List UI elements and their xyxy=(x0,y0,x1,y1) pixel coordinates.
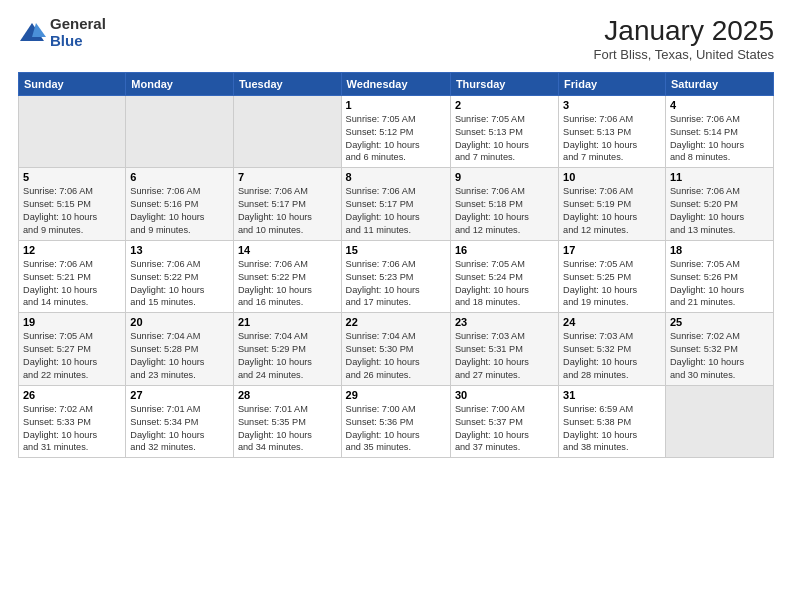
table-row: 22Sunrise: 7:04 AM Sunset: 5:30 PM Dayli… xyxy=(341,313,450,386)
day-number: 16 xyxy=(455,244,554,256)
day-info: Sunrise: 7:05 AM Sunset: 5:13 PM Dayligh… xyxy=(455,113,554,165)
header-sunday: Sunday xyxy=(19,72,126,95)
header-friday: Friday xyxy=(559,72,666,95)
table-row: 13Sunrise: 7:06 AM Sunset: 5:22 PM Dayli… xyxy=(126,240,234,313)
title-block: January 2025 Fort Bliss, Texas, United S… xyxy=(594,16,774,62)
day-number: 17 xyxy=(563,244,661,256)
day-number: 28 xyxy=(238,389,337,401)
day-info: Sunrise: 7:06 AM Sunset: 5:21 PM Dayligh… xyxy=(23,258,121,310)
day-info: Sunrise: 7:06 AM Sunset: 5:17 PM Dayligh… xyxy=(346,185,446,237)
table-row xyxy=(233,95,341,168)
table-row xyxy=(126,95,234,168)
logo-icon xyxy=(18,19,46,47)
day-info: Sunrise: 7:06 AM Sunset: 5:15 PM Dayligh… xyxy=(23,185,121,237)
calendar-table: Sunday Monday Tuesday Wednesday Thursday… xyxy=(18,72,774,459)
table-row: 26Sunrise: 7:02 AM Sunset: 5:33 PM Dayli… xyxy=(19,385,126,458)
table-row: 1Sunrise: 7:05 AM Sunset: 5:12 PM Daylig… xyxy=(341,95,450,168)
page: General Blue January 2025 Fort Bliss, Te… xyxy=(0,0,792,612)
day-number: 31 xyxy=(563,389,661,401)
day-number: 18 xyxy=(670,244,769,256)
main-title: January 2025 xyxy=(594,16,774,47)
day-info: Sunrise: 7:04 AM Sunset: 5:28 PM Dayligh… xyxy=(130,330,229,382)
day-info: Sunrise: 7:06 AM Sunset: 5:23 PM Dayligh… xyxy=(346,258,446,310)
day-number: 8 xyxy=(346,171,446,183)
table-row: 8Sunrise: 7:06 AM Sunset: 5:17 PM Daylig… xyxy=(341,168,450,241)
table-row: 28Sunrise: 7:01 AM Sunset: 5:35 PM Dayli… xyxy=(233,385,341,458)
day-info: Sunrise: 7:06 AM Sunset: 5:14 PM Dayligh… xyxy=(670,113,769,165)
day-info: Sunrise: 7:00 AM Sunset: 5:37 PM Dayligh… xyxy=(455,403,554,455)
day-number: 20 xyxy=(130,316,229,328)
table-row: 17Sunrise: 7:05 AM Sunset: 5:25 PM Dayli… xyxy=(559,240,666,313)
day-number: 29 xyxy=(346,389,446,401)
logo-text: General Blue xyxy=(50,16,106,49)
table-row: 3Sunrise: 7:06 AM Sunset: 5:13 PM Daylig… xyxy=(559,95,666,168)
header-tuesday: Tuesday xyxy=(233,72,341,95)
day-number: 12 xyxy=(23,244,121,256)
day-info: Sunrise: 7:03 AM Sunset: 5:32 PM Dayligh… xyxy=(563,330,661,382)
day-number: 21 xyxy=(238,316,337,328)
day-info: Sunrise: 7:05 AM Sunset: 5:24 PM Dayligh… xyxy=(455,258,554,310)
day-number: 7 xyxy=(238,171,337,183)
table-row xyxy=(19,95,126,168)
day-number: 2 xyxy=(455,99,554,111)
table-row: 10Sunrise: 7:06 AM Sunset: 5:19 PM Dayli… xyxy=(559,168,666,241)
day-number: 10 xyxy=(563,171,661,183)
calendar-week-row: 1Sunrise: 7:05 AM Sunset: 5:12 PM Daylig… xyxy=(19,95,774,168)
day-info: Sunrise: 7:05 AM Sunset: 5:26 PM Dayligh… xyxy=(670,258,769,310)
header: General Blue January 2025 Fort Bliss, Te… xyxy=(18,16,774,62)
day-number: 5 xyxy=(23,171,121,183)
table-row: 15Sunrise: 7:06 AM Sunset: 5:23 PM Dayli… xyxy=(341,240,450,313)
logo-general: General xyxy=(50,16,106,33)
day-info: Sunrise: 7:04 AM Sunset: 5:30 PM Dayligh… xyxy=(346,330,446,382)
day-number: 14 xyxy=(238,244,337,256)
day-number: 1 xyxy=(346,99,446,111)
table-row: 12Sunrise: 7:06 AM Sunset: 5:21 PM Dayli… xyxy=(19,240,126,313)
logo: General Blue xyxy=(18,16,106,49)
calendar-week-row: 26Sunrise: 7:02 AM Sunset: 5:33 PM Dayli… xyxy=(19,385,774,458)
table-row: 11Sunrise: 7:06 AM Sunset: 5:20 PM Dayli… xyxy=(665,168,773,241)
day-info: Sunrise: 7:06 AM Sunset: 5:22 PM Dayligh… xyxy=(130,258,229,310)
logo-blue: Blue xyxy=(50,33,106,50)
day-number: 13 xyxy=(130,244,229,256)
day-number: 24 xyxy=(563,316,661,328)
table-row: 2Sunrise: 7:05 AM Sunset: 5:13 PM Daylig… xyxy=(450,95,558,168)
table-row: 29Sunrise: 7:00 AM Sunset: 5:36 PM Dayli… xyxy=(341,385,450,458)
table-row: 20Sunrise: 7:04 AM Sunset: 5:28 PM Dayli… xyxy=(126,313,234,386)
day-info: Sunrise: 7:05 AM Sunset: 5:27 PM Dayligh… xyxy=(23,330,121,382)
day-number: 6 xyxy=(130,171,229,183)
day-info: Sunrise: 7:05 AM Sunset: 5:25 PM Dayligh… xyxy=(563,258,661,310)
day-info: Sunrise: 7:00 AM Sunset: 5:36 PM Dayligh… xyxy=(346,403,446,455)
day-info: Sunrise: 7:06 AM Sunset: 5:16 PM Dayligh… xyxy=(130,185,229,237)
table-row: 27Sunrise: 7:01 AM Sunset: 5:34 PM Dayli… xyxy=(126,385,234,458)
table-row: 4Sunrise: 7:06 AM Sunset: 5:14 PM Daylig… xyxy=(665,95,773,168)
day-number: 15 xyxy=(346,244,446,256)
day-info: Sunrise: 7:01 AM Sunset: 5:34 PM Dayligh… xyxy=(130,403,229,455)
calendar-week-row: 5Sunrise: 7:06 AM Sunset: 5:15 PM Daylig… xyxy=(19,168,774,241)
day-number: 3 xyxy=(563,99,661,111)
table-row: 25Sunrise: 7:02 AM Sunset: 5:32 PM Dayli… xyxy=(665,313,773,386)
table-row: 24Sunrise: 7:03 AM Sunset: 5:32 PM Dayli… xyxy=(559,313,666,386)
subtitle: Fort Bliss, Texas, United States xyxy=(594,47,774,62)
calendar-week-row: 12Sunrise: 7:06 AM Sunset: 5:21 PM Dayli… xyxy=(19,240,774,313)
table-row: 6Sunrise: 7:06 AM Sunset: 5:16 PM Daylig… xyxy=(126,168,234,241)
calendar-week-row: 19Sunrise: 7:05 AM Sunset: 5:27 PM Dayli… xyxy=(19,313,774,386)
table-row: 7Sunrise: 7:06 AM Sunset: 5:17 PM Daylig… xyxy=(233,168,341,241)
day-number: 22 xyxy=(346,316,446,328)
day-info: Sunrise: 7:06 AM Sunset: 5:19 PM Dayligh… xyxy=(563,185,661,237)
day-info: Sunrise: 7:04 AM Sunset: 5:29 PM Dayligh… xyxy=(238,330,337,382)
table-row: 21Sunrise: 7:04 AM Sunset: 5:29 PM Dayli… xyxy=(233,313,341,386)
table-row: 5Sunrise: 7:06 AM Sunset: 5:15 PM Daylig… xyxy=(19,168,126,241)
header-thursday: Thursday xyxy=(450,72,558,95)
day-number: 27 xyxy=(130,389,229,401)
day-number: 19 xyxy=(23,316,121,328)
day-info: Sunrise: 7:05 AM Sunset: 5:12 PM Dayligh… xyxy=(346,113,446,165)
day-info: Sunrise: 7:03 AM Sunset: 5:31 PM Dayligh… xyxy=(455,330,554,382)
table-row: 19Sunrise: 7:05 AM Sunset: 5:27 PM Dayli… xyxy=(19,313,126,386)
header-monday: Monday xyxy=(126,72,234,95)
header-wednesday: Wednesday xyxy=(341,72,450,95)
table-row: 23Sunrise: 7:03 AM Sunset: 5:31 PM Dayli… xyxy=(450,313,558,386)
day-info: Sunrise: 7:06 AM Sunset: 5:18 PM Dayligh… xyxy=(455,185,554,237)
table-row: 31Sunrise: 6:59 AM Sunset: 5:38 PM Dayli… xyxy=(559,385,666,458)
table-row: 16Sunrise: 7:05 AM Sunset: 5:24 PM Dayli… xyxy=(450,240,558,313)
day-info: Sunrise: 7:06 AM Sunset: 5:13 PM Dayligh… xyxy=(563,113,661,165)
